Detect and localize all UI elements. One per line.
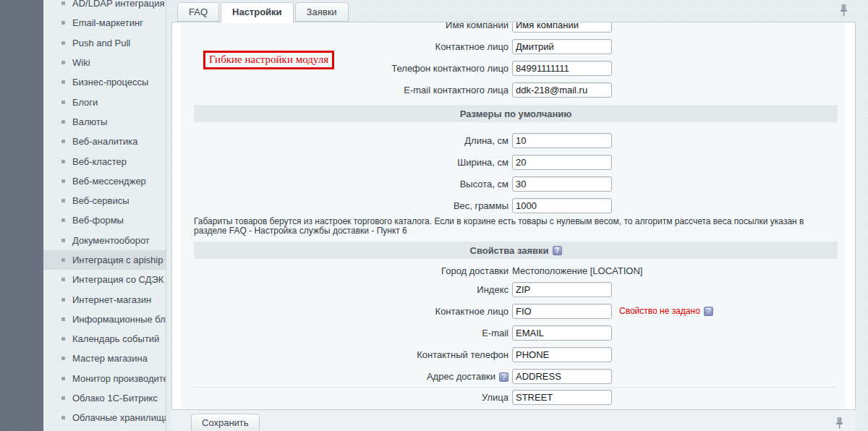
- sidebar-item-web-messenger[interactable]: Веб-мессенджер: [43, 171, 166, 191]
- form-row-contact-email: E-mail контактного лица: [194, 79, 838, 101]
- contact-person-input[interactable]: [512, 39, 612, 54]
- sidebar-item-web-forms[interactable]: Веб-формы: [43, 210, 166, 230]
- field-label: Длина, см: [194, 135, 512, 146]
- sidebar-item-event-calendar[interactable]: Календарь событий: [43, 329, 166, 349]
- bullet-icon: [61, 278, 65, 281]
- sidebar-item-label: Интеграция со СДЭК: [72, 274, 163, 285]
- bullet-icon: [61, 61, 65, 64]
- pin-icon[interactable]: [839, 4, 848, 17]
- bullet-icon: [61, 317, 65, 321]
- sidebar-item-currencies[interactable]: Валюты: [43, 112, 166, 132]
- sidebar-item-web-cluster[interactable]: Веб-кластер: [43, 151, 166, 171]
- sidebar-item-label: Wiki: [72, 57, 90, 68]
- bullet-icon: [61, 258, 65, 262]
- bullet-icon: [61, 298, 65, 302]
- flexible-settings-annotation: Гибкие настройки модуля: [203, 51, 334, 69]
- email-prop-input[interactable]: [512, 325, 612, 341]
- form-row-fio: Контактное лицо Свойство не задано?: [194, 300, 838, 322]
- pin-icon[interactable]: [835, 417, 844, 430]
- sidebar-item-label: Календарь событий: [72, 333, 159, 344]
- property-not-set-warning: Свойство не задано?: [619, 306, 713, 316]
- width-input[interactable]: [512, 155, 612, 170]
- form-row-height: Высота, см: [194, 173, 838, 195]
- help-icon[interactable]: ?: [704, 307, 713, 316]
- sidebar-item-label: Блоги: [72, 97, 98, 108]
- collapsed-admin-panel: [0, 0, 43, 431]
- form-row-length: Длина, см: [194, 129, 838, 151]
- sidebar-item-cdek[interactable]: Интеграция со СДЭК: [43, 270, 166, 289]
- length-input[interactable]: [512, 133, 612, 148]
- sidebar-item-adldap[interactable]: AD/LDAP интеграция: [43, 0, 166, 13]
- sidebar: AD/LDAP интеграция Email-маркетинг Push …: [43, 0, 166, 431]
- weight-input[interactable]: [512, 198, 612, 213]
- sidebar-item-label: Документооборот: [72, 235, 150, 246]
- sidebar-item-label: Бизнес-процессы: [72, 77, 148, 88]
- field-label: Адрес доставки?: [194, 371, 512, 382]
- save-button[interactable]: Сохранить: [191, 414, 260, 431]
- sidebar-item-store-master[interactable]: Мастер магазина: [43, 349, 166, 368]
- fio-input[interactable]: [512, 304, 612, 319]
- bullet-icon: [61, 239, 65, 242]
- sidebar-item-document-flow[interactable]: Документооборот: [43, 231, 166, 250]
- sidebar-item-web-services[interactable]: Веб-сервисы: [43, 191, 166, 210]
- zip-input[interactable]: [512, 282, 612, 297]
- sidebar-item-label: Веб-формы: [72, 215, 124, 226]
- height-input[interactable]: [512, 176, 612, 192]
- form-footer: Сохранить: [171, 410, 856, 431]
- field-label: Высота, см: [194, 179, 512, 189]
- bullet-icon: [61, 101, 65, 104]
- field-label: Контактное лицо: [194, 306, 512, 317]
- bullet-icon: [61, 199, 65, 202]
- field-label: Улица: [194, 392, 512, 403]
- section-title: Свойства заявки: [470, 245, 549, 256]
- bullet-icon: [61, 160, 65, 163]
- section-header-default-sizes: Размеры по умолчанию: [194, 105, 838, 122]
- company-name-input[interactable]: [512, 22, 612, 33]
- tab-requests[interactable]: Заявки: [295, 2, 349, 22]
- sidebar-item-email-marketing[interactable]: Email-маркетинг: [43, 13, 166, 33]
- tab-bar: FAQ Настройки Заявки: [177, 2, 350, 22]
- form-row-zip: Индекс: [194, 278, 838, 300]
- sidebar-item-label: Облачные хранилища: [72, 412, 166, 423]
- sidebar-item-1c-bitrix-cloud[interactable]: Облако 1С-Битрикс: [43, 388, 166, 408]
- sidebar-item-online-store[interactable]: Интернет-магазин: [43, 289, 166, 309]
- field-label: Контактный телефон: [194, 349, 512, 360]
- help-icon[interactable]: ?: [499, 372, 509, 382]
- field-label: E-mail контактного лица: [194, 85, 512, 95]
- contact-email-input[interactable]: [512, 82, 612, 98]
- bullet-icon: [61, 1, 65, 5]
- settings-panel: Имя компании Контактное лицо Телефон кон…: [171, 22, 856, 410]
- contact-phone-input[interactable]: [512, 61, 612, 76]
- sidebar-item-label: Интернет-магазин: [72, 294, 151, 305]
- tab-settings[interactable]: Настройки: [221, 2, 294, 23]
- help-icon[interactable]: ?: [553, 246, 562, 255]
- tab-faq[interactable]: FAQ: [177, 2, 219, 22]
- sidebar-item-info-blocks[interactable]: Информационные блоки: [43, 310, 166, 329]
- sidebar-item-business-processes[interactable]: Бизнес-процессы: [43, 72, 166, 92]
- address-input[interactable]: [512, 369, 612, 384]
- sidebar-item-label: Интеграция с apiship: [72, 255, 163, 265]
- sidebar-item-label: Мастер магазина: [72, 353, 148, 364]
- field-label: Индекс: [194, 284, 512, 295]
- section-header-request-properties: Свойства заявки ?: [194, 242, 838, 259]
- sidebar-item-cloud-storage[interactable]: Облачные хранилища: [43, 408, 166, 427]
- sidebar-item-web-analytics[interactable]: Веб-аналитика: [43, 132, 166, 151]
- bullet-icon: [61, 179, 65, 183]
- sidebar-item-label: Облако 1С-Битрикс: [72, 393, 158, 404]
- form-row-email-prop: E-mail: [194, 322, 838, 343]
- bullet-icon: [61, 218, 65, 222]
- sidebar-item-label: Email-маркетинг: [72, 17, 143, 28]
- sidebar-item-label: Веб-сервисы: [72, 195, 129, 206]
- street-input[interactable]: [512, 390, 612, 405]
- sidebar-item-apiship[interactable]: Интеграция с apiship: [43, 250, 166, 270]
- sidebar-item-label: Информационные блоки: [72, 314, 166, 325]
- sidebar-item-push-and-pull[interactable]: Push and Pull: [43, 33, 166, 53]
- delivery-city-value: Местоположение [LOCATION]: [512, 265, 642, 276]
- sidebar-item-wiki[interactable]: Wiki: [43, 53, 166, 72]
- phone-prop-input[interactable]: [512, 347, 612, 362]
- sidebar-item-label: Веб-кластер: [72, 156, 127, 167]
- sidebar-item-blogs[interactable]: Блоги: [43, 92, 166, 111]
- sidebar-item-performance-monitor[interactable]: Монитор производителя: [43, 369, 166, 388]
- sidebar-item-label: Монитор производителя: [72, 373, 166, 384]
- bullet-icon: [61, 80, 65, 84]
